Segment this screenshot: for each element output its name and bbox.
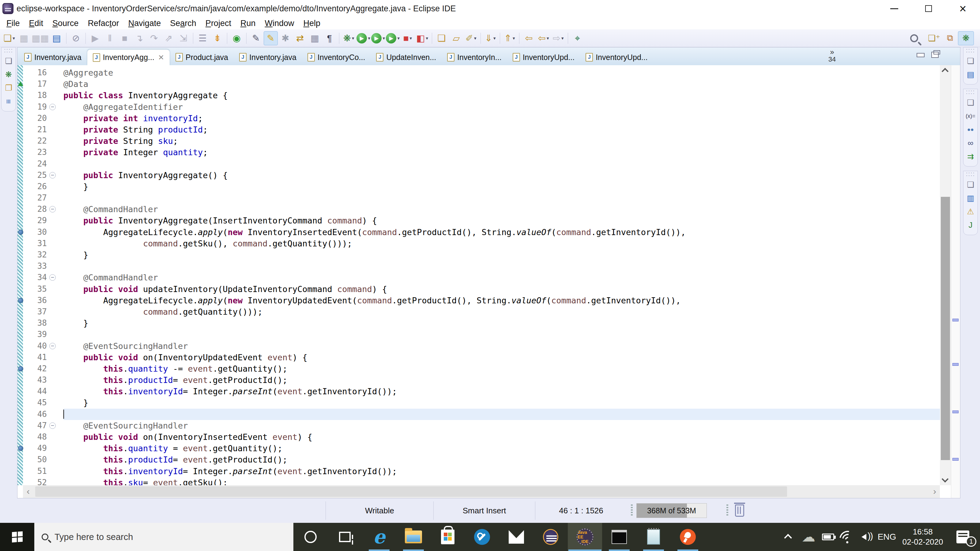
last-edit-location-button[interactable]: ⌖ (571, 31, 585, 45)
menu-file[interactable]: File (2, 19, 24, 28)
vertical-scroll-thumb[interactable] (941, 197, 950, 460)
back-history-button[interactable]: ⇦▾ (536, 31, 550, 45)
wifi-tray-button[interactable] (838, 523, 858, 551)
editor-tab[interactable]: JInventoryUpd... (580, 49, 653, 65)
use-step-filters-button[interactable]: ⇟ (210, 31, 224, 45)
start-button[interactable] (0, 523, 34, 551)
back-button[interactable]: ⇦ (522, 31, 536, 45)
overview-ruler[interactable] (951, 65, 960, 498)
menu-refactor[interactable]: Refactor (83, 19, 124, 28)
run-button[interactable]: ▶▾ (356, 31, 371, 45)
open-console-button[interactable]: ▤ (49, 31, 64, 45)
menu-run[interactable]: Run (236, 19, 260, 28)
mail-taskbar-button[interactable] (499, 523, 533, 551)
debug-perspective-button[interactable]: ❋ (958, 31, 974, 45)
tray-chevron-button[interactable] (779, 523, 799, 551)
debug-flow-view-button[interactable]: ⇉ (964, 150, 977, 163)
editor-tab[interactable]: JInventoryUpd... (507, 49, 580, 65)
mark-occurrences-button[interactable]: ✎ (264, 31, 278, 45)
tab-close-icon[interactable]: ✕ (158, 53, 164, 62)
horizontal-scroll-thumb[interactable] (35, 486, 787, 497)
editor-tab[interactable]: JInventoryAgg...✕ (87, 49, 170, 65)
package-explorer-view-button[interactable]: ❐ (2, 81, 15, 95)
expand-all-button[interactable]: ⇑▾ (503, 31, 517, 45)
language-indicator[interactable]: ENG (877, 523, 897, 551)
editor-tab[interactable]: JInventoryIn... (442, 49, 507, 65)
close-button[interactable]: × (946, 0, 980, 17)
volume-tray-button[interactable] (858, 523, 877, 551)
forward-button[interactable]: ⇨▾ (551, 31, 565, 45)
menu-edit[interactable]: Edit (24, 19, 48, 28)
resume-button[interactable]: ▶ (88, 31, 102, 45)
garbage-collect-button[interactable] (735, 505, 744, 517)
open-perspective-button[interactable]: ❏⁺ (926, 31, 942, 45)
restore-view-button[interactable]: ❏ (964, 178, 977, 191)
maximize-editor-icon[interactable] (931, 52, 939, 58)
editor-tab[interactable]: JInventoryCo... (302, 49, 371, 65)
search-icon[interactable] (910, 34, 918, 42)
taskbar-search-input[interactable]: Type here to search (34, 523, 293, 551)
tab-overflow-indicator[interactable]: » 34 (821, 49, 843, 64)
step-over-button[interactable]: ↷ (147, 31, 161, 45)
editor-tab[interactable]: JUpdateInven... (371, 49, 442, 65)
filters-view-button[interactable]: ≡ (2, 95, 15, 108)
step-into-button[interactable]: ↴ (132, 31, 146, 45)
save-button[interactable]: ▦ (17, 31, 31, 45)
minimize-editor-icon[interactable] (916, 53, 924, 57)
menu-window[interactable]: Window (260, 19, 299, 28)
fold-collapse-icon[interactable]: − (49, 274, 56, 281)
javaee-perspective-button[interactable]: ⧉ (942, 31, 958, 45)
settings-taskbar-button[interactable] (465, 523, 499, 551)
open-type-button[interactable]: ❏ (434, 31, 449, 45)
menu-navigate[interactable]: Navigate (124, 19, 166, 28)
skip-all-breakpoints-button[interactable]: ⊘ (69, 31, 83, 45)
scroll-down-arrow[interactable] (942, 476, 949, 483)
javaee-ide-taskbar-button[interactable]: Java EEIDE (568, 523, 602, 551)
fold-collapse-icon[interactable]: − (49, 343, 56, 349)
stop-relaunch-button[interactable]: ◧▾ (415, 31, 430, 45)
restore-view-button[interactable]: ❏ (2, 54, 15, 68)
battery-tray-button[interactable] (818, 523, 838, 551)
toggle-mark-button[interactable]: ✐▾ (464, 31, 478, 45)
terminate-button[interactable]: ■ (118, 31, 132, 45)
cortana-button[interactable] (293, 523, 328, 551)
new-java-element-button[interactable]: ✎ (249, 31, 263, 45)
show-whitespace-button[interactable]: ¶ (323, 31, 337, 45)
code-editor[interactable]: 16@Aggregate17@Data18public class Invent… (18, 65, 960, 485)
overview-marker[interactable] (953, 363, 959, 366)
overview-marker[interactable] (953, 319, 959, 321)
show-execution-point-button[interactable]: ☰ (196, 31, 210, 45)
horizontal-scrollbar[interactable]: ‹ › (23, 485, 940, 498)
show-view-menu-button[interactable]: ▦ (308, 31, 322, 45)
javadoc-view-button[interactable]: J (964, 218, 977, 232)
boot-dashboard-button[interactable]: ◉ (230, 31, 244, 45)
debug-gray-button[interactable]: ✱ (278, 31, 293, 45)
eclipse-taskbar-button[interactable] (533, 523, 568, 551)
convert-snippet-button[interactable]: ⇄ (293, 31, 307, 45)
drag-handle[interactable]: :::: (4, 49, 13, 54)
cmd-taskbar-button[interactable] (602, 523, 636, 551)
save-all-button[interactable]: ▦▦ (32, 31, 49, 45)
menu-source[interactable]: Source (48, 19, 83, 28)
profile-button[interactable]: ▶▾ (386, 31, 400, 45)
editor-tab[interactable]: JProduct.java (170, 49, 234, 65)
store-taskbar-button[interactable] (431, 523, 465, 551)
expressions-view-button[interactable]: ∞ (964, 136, 977, 150)
menu-help[interactable]: Help (299, 19, 325, 28)
fold-collapse-icon[interactable]: − (49, 422, 56, 429)
minimize-button[interactable] (877, 0, 912, 17)
debug-button[interactable]: ❋▾ (342, 31, 356, 45)
tasks-view-button[interactable]: ▤ (964, 68, 977, 81)
stop-button[interactable]: ■▾ (401, 31, 415, 45)
coverage-button[interactable]: ▶▾ (371, 31, 385, 45)
maximize-button[interactable] (912, 0, 946, 17)
notepad-taskbar-button[interactable] (636, 523, 671, 551)
debug-view-button[interactable]: ❋ (2, 68, 15, 81)
drop-to-frame-button[interactable]: ⇲ (177, 31, 191, 45)
overview-marker[interactable] (953, 458, 959, 461)
fold-collapse-icon[interactable]: − (49, 104, 56, 110)
suspend-button[interactable]: ‖ (103, 31, 117, 45)
variables-view-button[interactable]: (x)= (964, 109, 977, 123)
vertical-scrollbar[interactable] (940, 65, 951, 485)
new-wizard-button[interactable]: ❏▾ (2, 31, 16, 45)
